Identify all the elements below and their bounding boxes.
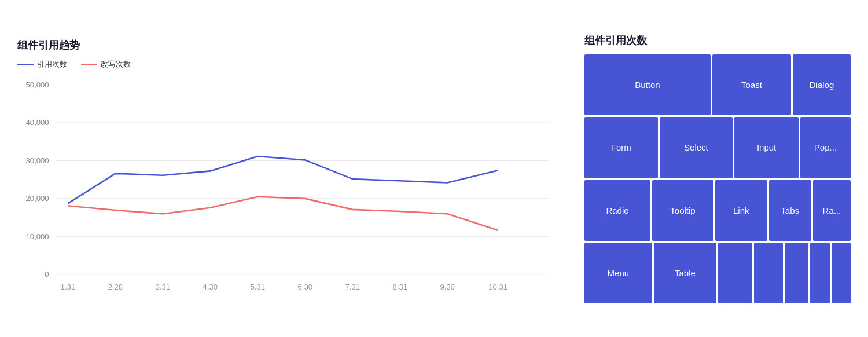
treemap-cell-small-5[interactable] xyxy=(832,243,851,303)
svg-text:50,000: 50,000 xyxy=(26,80,49,89)
treemap-row-3: Radio Tooltip Link Tabs Ra... xyxy=(584,180,851,241)
treemap-cell-radio[interactable]: Radio xyxy=(584,180,650,241)
svg-text:5.31: 5.31 xyxy=(251,283,265,291)
treemap-cell-small-1[interactable] xyxy=(718,243,752,303)
chart-title: 组件引用趋势 xyxy=(17,38,561,52)
treemap-cell-form[interactable]: Form xyxy=(584,117,658,178)
svg-text:20,000: 20,000 xyxy=(26,194,49,203)
blue-line xyxy=(68,156,498,203)
treemap-cell-pop[interactable]: Pop... xyxy=(800,117,851,178)
legend-item-citations: 引用次数 xyxy=(17,59,67,69)
left-panel: 组件引用趋势 引用次数 改写次数 50,000 40,000 30,000 20… xyxy=(17,38,561,299)
treemap-cell-menu[interactable]: Menu xyxy=(584,243,652,303)
treemap-cell-tabs[interactable]: Tabs xyxy=(769,180,811,241)
legend-item-rewrites: 改写次数 xyxy=(81,59,131,69)
red-line xyxy=(68,197,498,230)
svg-text:9.30: 9.30 xyxy=(440,283,455,291)
svg-text:10,000: 10,000 xyxy=(26,232,49,241)
treemap-row-2: Form Select Input Pop... xyxy=(584,117,851,178)
treemap-cell-small-4[interactable] xyxy=(810,243,829,303)
right-panel: 组件引用次数 Button Toast Dialog Form Select I… xyxy=(584,34,851,303)
svg-text:8.31: 8.31 xyxy=(393,283,407,291)
treemap-row-4: Menu Table xyxy=(584,243,851,303)
line-chart: 50,000 40,000 30,000 20,000 10,000 0 1.3… xyxy=(17,79,561,299)
svg-text:10.31: 10.31 xyxy=(488,283,507,291)
legend-line-blue xyxy=(17,64,34,65)
treemap-cell-small-3[interactable] xyxy=(785,243,809,303)
svg-text:30,000: 30,000 xyxy=(26,156,49,165)
svg-text:1.31: 1.31 xyxy=(61,283,75,291)
legend-line-red xyxy=(81,64,97,65)
treemap-title: 组件引用次数 xyxy=(584,34,851,47)
svg-text:2.28: 2.28 xyxy=(108,283,123,291)
treemap-cell-ra[interactable]: Ra... xyxy=(813,180,851,241)
treemap-cell-button[interactable]: Button xyxy=(584,54,711,115)
legend-label-rewrites: 改写次数 xyxy=(101,59,131,69)
treemap-row-1: Button Toast Dialog xyxy=(584,54,851,115)
svg-text:4.30: 4.30 xyxy=(203,283,218,291)
svg-text:7.31: 7.31 xyxy=(345,283,360,291)
svg-text:0: 0 xyxy=(45,270,49,279)
treemap-cell-input[interactable]: Input xyxy=(734,117,799,178)
svg-text:6.30: 6.30 xyxy=(298,283,312,291)
treemap-cell-small-2[interactable] xyxy=(754,243,783,303)
legend-label-citations: 引用次数 xyxy=(37,59,67,69)
treemap-cell-dialog[interactable]: Dialog xyxy=(793,54,851,115)
treemap-cell-tooltip[interactable]: Tooltip xyxy=(652,180,713,241)
svg-text:3.31: 3.31 xyxy=(156,283,170,291)
treemap: Button Toast Dialog Form Select Input Po… xyxy=(584,54,851,303)
treemap-cell-toast[interactable]: Toast xyxy=(712,54,791,115)
treemap-cell-link[interactable]: Link xyxy=(715,180,767,241)
chart-legend: 引用次数 改写次数 xyxy=(17,59,561,69)
svg-text:40,000: 40,000 xyxy=(26,118,49,127)
treemap-cell-table[interactable]: Table xyxy=(654,243,716,303)
treemap-cell-select[interactable]: Select xyxy=(660,117,733,178)
